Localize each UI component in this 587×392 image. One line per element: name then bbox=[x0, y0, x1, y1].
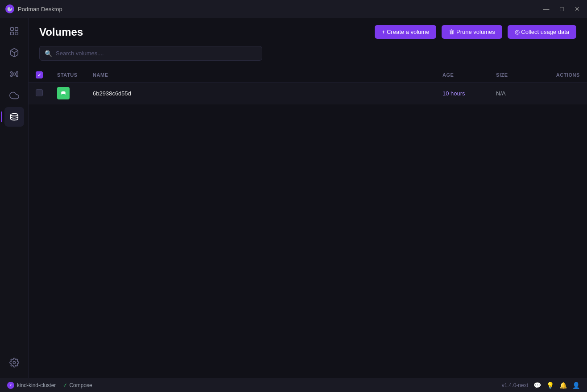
sidebar-item-settings[interactable] bbox=[4, 353, 24, 372]
svg-point-6 bbox=[10, 72, 12, 74]
cylinder-small-icon bbox=[60, 90, 67, 97]
sidebar-item-pods[interactable] bbox=[4, 64, 24, 84]
box-icon bbox=[9, 48, 19, 58]
svg-rect-2 bbox=[10, 32, 13, 35]
row-name-cell: 6b2938c6d55d bbox=[86, 83, 435, 104]
col-header-size: SIZE bbox=[489, 68, 542, 83]
app-logo: 🦭 bbox=[5, 4, 14, 13]
footer-left: k kind-kind-cluster ✓ Compose bbox=[7, 382, 92, 389]
svg-rect-0 bbox=[10, 28, 13, 30]
cylinder-icon bbox=[9, 112, 19, 122]
create-volume-button[interactable]: + Create a volume bbox=[375, 25, 437, 39]
search-wrapper: 🔍 bbox=[39, 46, 262, 61]
row-actions-cell bbox=[542, 83, 587, 104]
maximize-button[interactable]: □ bbox=[558, 4, 566, 13]
sidebar-item-images[interactable] bbox=[4, 86, 24, 105]
prune-volumes-button[interactable]: 🗑 Prune volumes bbox=[442, 25, 502, 39]
grid-icon bbox=[9, 26, 19, 36]
volume-age: 10 hours bbox=[442, 90, 465, 97]
volume-name: 6b2938c6d55d bbox=[93, 90, 131, 97]
svg-point-9 bbox=[16, 75, 18, 77]
page-title: Volumes bbox=[39, 26, 369, 38]
page-header: Volumes + Create a volume 🗑 Prune volume… bbox=[29, 18, 587, 46]
footer-compose: ✓ Compose bbox=[63, 382, 92, 388]
close-button[interactable]: ✕ bbox=[573, 4, 582, 13]
col-header-age: AGE bbox=[435, 68, 489, 83]
table-row[interactable]: 6b2938c6d55d 10 hours N/A bbox=[29, 83, 587, 104]
cloud-icon bbox=[9, 91, 19, 100]
app-title: Podman Desktop bbox=[18, 6, 538, 12]
footer-right: v1.4.0-next 💬 💡 🔔 👤 bbox=[502, 382, 580, 389]
settings-icon bbox=[9, 358, 19, 367]
search-bar: 🔍 bbox=[29, 46, 587, 68]
col-header-status: STATUS bbox=[50, 68, 86, 83]
svg-rect-3 bbox=[15, 32, 17, 35]
check-icon: ✓ bbox=[63, 382, 67, 388]
sidebar-item-containers[interactable] bbox=[4, 43, 24, 62]
titlebar: 🦭 Podman Desktop — □ ✕ bbox=[0, 0, 587, 18]
svg-line-11 bbox=[15, 73, 16, 74]
compose-label: Compose bbox=[69, 382, 92, 388]
table-header-row: STATUS NAME AGE SIZE ACTIONS bbox=[29, 68, 587, 83]
row-checkbox[interactable] bbox=[36, 89, 43, 96]
svg-point-15 bbox=[13, 361, 16, 364]
cluster-icon: k bbox=[7, 382, 14, 389]
row-checkbox-cell bbox=[29, 83, 50, 104]
sidebar bbox=[0, 18, 29, 378]
bell-icon-button[interactable]: 🔔 bbox=[559, 382, 567, 389]
sidebar-item-volumes[interactable] bbox=[4, 107, 24, 127]
col-header-checkbox bbox=[29, 68, 50, 83]
volumes-table: STATUS NAME AGE SIZE ACTIONS bbox=[29, 68, 587, 104]
svg-point-8 bbox=[10, 75, 12, 77]
svg-point-18 bbox=[61, 94, 65, 95]
pods-icon bbox=[9, 69, 19, 79]
window-controls: — □ ✕ bbox=[542, 4, 582, 13]
app-body: Volumes + Create a volume 🗑 Prune volume… bbox=[0, 18, 587, 378]
volume-status-icon bbox=[57, 87, 70, 99]
main-content: Volumes + Create a volume 🗑 Prune volume… bbox=[29, 18, 587, 378]
sidebar-item-dashboard[interactable] bbox=[4, 21, 24, 41]
col-header-actions: ACTIONS bbox=[542, 68, 587, 83]
select-all-checkbox[interactable] bbox=[36, 71, 43, 78]
search-icon: 🔍 bbox=[45, 50, 52, 57]
svg-line-13 bbox=[15, 74, 16, 75]
svg-point-14 bbox=[10, 114, 18, 116]
footer: k kind-kind-cluster ✓ Compose v1.4.0-nex… bbox=[0, 378, 587, 392]
row-size-cell: N/A bbox=[489, 83, 542, 104]
collect-usage-button[interactable]: ◎ Collect usage data bbox=[508, 25, 576, 39]
row-status-cell bbox=[50, 83, 86, 104]
volumes-table-container: STATUS NAME AGE SIZE ACTIONS bbox=[29, 68, 587, 378]
cluster-name: kind-kind-cluster bbox=[17, 382, 56, 388]
svg-point-7 bbox=[16, 72, 18, 74]
footer-cluster: k kind-kind-cluster bbox=[7, 382, 56, 389]
svg-line-10 bbox=[12, 73, 13, 74]
col-header-name: NAME bbox=[86, 68, 435, 83]
svg-rect-1 bbox=[15, 28, 17, 30]
chat-icon-button[interactable]: 💬 bbox=[533, 382, 541, 389]
bulb-icon-button[interactable]: 💡 bbox=[546, 382, 554, 389]
volume-size: N/A bbox=[496, 90, 506, 97]
user-icon-button[interactable]: 👤 bbox=[572, 382, 580, 389]
row-age-cell: 10 hours bbox=[435, 83, 489, 104]
search-input[interactable] bbox=[39, 46, 262, 61]
minimize-button[interactable]: — bbox=[542, 4, 551, 13]
svg-line-12 bbox=[12, 74, 13, 75]
version-text: v1.4.0-next bbox=[502, 382, 528, 388]
